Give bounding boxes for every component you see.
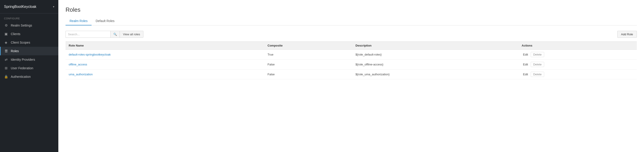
main-content: Roles Realm Roles Default Roles 🔍 View a…	[58, 0, 644, 152]
sidebar-item-realm-settings[interactable]: ⚙ Realm Settings	[0, 21, 58, 30]
user-federation-icon: ⊞	[4, 66, 8, 70]
cell-description: ${role_offline-access}	[352, 60, 518, 69]
gear-icon: ⚙	[4, 23, 8, 28]
sidebar: SpringBootKeycloak ▾ Configure ⚙ Realm S…	[0, 0, 58, 152]
sidebar-item-label: Roles	[11, 49, 19, 53]
cell-actions: Edit Delete	[518, 50, 637, 60]
sidebar-item-label: Realm Settings	[11, 24, 32, 27]
edit-button[interactable]: Edit	[522, 62, 529, 67]
sidebar-item-user-federation[interactable]: ⊞ User Federation	[0, 64, 58, 72]
roles-icon: ☰	[4, 49, 8, 53]
add-role-button[interactable]: Add Role	[617, 31, 637, 38]
client-scopes-icon: ◈	[4, 41, 8, 45]
search-input[interactable]	[66, 31, 110, 38]
sidebar-item-clients[interactable]: ▣ Clients	[0, 30, 58, 38]
sidebar-item-identity-providers[interactable]: ⇄ Identity Providers	[0, 55, 58, 64]
tabs-container: Realm Roles Default Roles	[66, 17, 637, 25]
cell-role-name: default-roles-springbootkeycloak	[66, 50, 264, 60]
cell-actions: Edit Delete	[518, 60, 637, 69]
cell-description: ${role_uma_authorization}	[352, 69, 518, 79]
toolbar: 🔍 View all roles Add Role	[66, 31, 637, 38]
chevron-down-icon: ▾	[53, 5, 54, 8]
edit-button[interactable]: Edit	[522, 52, 529, 57]
delete-button[interactable]: Delete	[531, 62, 544, 67]
main-header: Roles Realm Roles Default Roles	[58, 0, 644, 25]
col-role-name: Role Name	[66, 42, 264, 50]
cell-composite: False	[264, 60, 352, 69]
sidebar-item-client-scopes[interactable]: ◈ Client Scopes	[0, 38, 58, 47]
sidebar-item-authentication[interactable]: 🔒 Authentication	[0, 72, 58, 81]
sidebar-item-label: Authentication	[11, 75, 31, 78]
table-row: uma_authorization False ${role_uma_autho…	[66, 69, 637, 79]
sidebar-header[interactable]: SpringBootKeycloak ▾	[0, 0, 58, 14]
role-name-link[interactable]: uma_authorization	[69, 73, 93, 76]
edit-button[interactable]: Edit	[522, 72, 529, 76]
tab-realm-roles[interactable]: Realm Roles	[66, 17, 92, 25]
toolbar-left: 🔍 View all roles	[66, 31, 144, 38]
identity-providers-icon: ⇄	[4, 58, 8, 62]
tab-default-roles[interactable]: Default Roles	[92, 17, 118, 25]
cell-role-name: offline_access	[66, 60, 264, 69]
sidebar-item-label: Client Scopes	[11, 41, 30, 44]
realm-name: SpringBootKeycloak	[4, 5, 36, 9]
table-row: default-roles-springbootkeycloak True ${…	[66, 50, 637, 60]
configure-section-label: Configure	[0, 14, 58, 21]
clients-icon: ▣	[4, 32, 8, 36]
delete-button[interactable]: Delete	[531, 52, 544, 57]
sidebar-item-roles[interactable]: ☰ Roles	[0, 47, 58, 55]
search-button[interactable]: 🔍	[110, 31, 120, 38]
col-actions: Actions	[518, 42, 637, 50]
cell-role-name: uma_authorization	[66, 69, 264, 79]
col-composite: Composite	[264, 42, 352, 50]
sidebar-item-label: Identity Providers	[11, 58, 35, 61]
cell-actions: Edit Delete	[518, 69, 637, 79]
table-header-row: Role Name Composite Description Actions	[66, 42, 637, 50]
authentication-icon: 🔒	[4, 75, 8, 79]
cell-description: ${role_default-roles}	[352, 50, 518, 60]
roles-table: Role Name Composite Description Actions …	[66, 41, 637, 79]
cell-composite: True	[264, 50, 352, 60]
page-title: Roles	[66, 6, 637, 13]
sidebar-item-label: User Federation	[11, 66, 33, 70]
main-body: 🔍 View all roles Add Role Role Name Comp…	[58, 25, 644, 152]
search-icon: 🔍	[113, 33, 117, 36]
table-row: offline_access False ${role_offline-acce…	[66, 60, 637, 69]
delete-button[interactable]: Delete	[531, 72, 544, 77]
role-name-link[interactable]: offline_access	[69, 63, 87, 66]
view-all-roles-button[interactable]: View all roles	[120, 31, 144, 38]
cell-composite: False	[264, 69, 352, 79]
role-name-link[interactable]: default-roles-springbootkeycloak	[69, 53, 110, 56]
col-description: Description	[352, 42, 518, 50]
sidebar-item-label: Clients	[11, 32, 20, 36]
